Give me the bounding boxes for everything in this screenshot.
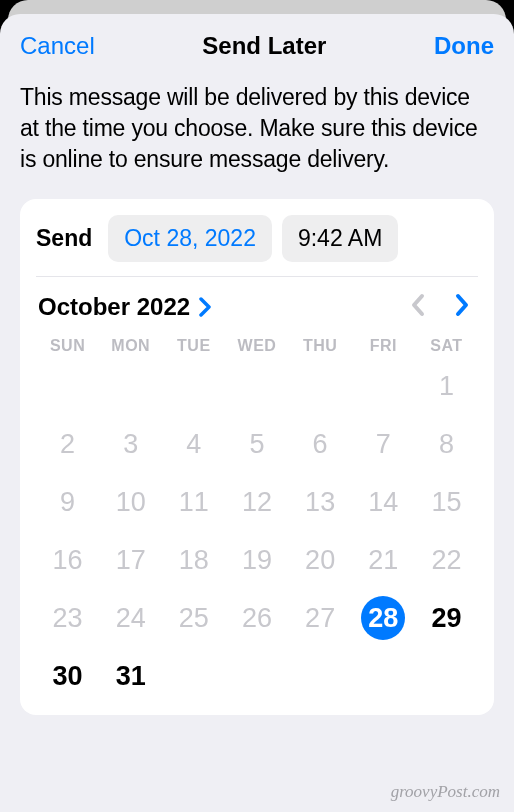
weekday-label: FRI bbox=[352, 337, 415, 355]
day-cell[interactable]: 21 bbox=[352, 537, 415, 583]
date-picker-card: Send Oct 28, 2022 9:42 AM October 2022 S… bbox=[20, 199, 494, 715]
sheet-title: Send Later bbox=[202, 32, 326, 60]
day-cell[interactable]: 18 bbox=[162, 537, 225, 583]
cancel-button[interactable]: Cancel bbox=[20, 32, 95, 60]
send-later-sheet: Cancel Send Later Done This message will… bbox=[0, 14, 514, 812]
prev-month-button[interactable] bbox=[410, 293, 426, 321]
day-cell[interactable]: 7 bbox=[352, 421, 415, 467]
day-cell[interactable]: 28 bbox=[352, 595, 415, 641]
day-empty bbox=[225, 363, 288, 409]
time-pill[interactable]: 9:42 AM bbox=[282, 215, 398, 262]
send-label: Send bbox=[36, 225, 92, 252]
day-cell[interactable]: 29 bbox=[415, 595, 478, 641]
day-cell[interactable]: 6 bbox=[289, 421, 352, 467]
watermark: groovyPost.com bbox=[391, 782, 500, 802]
day-cell[interactable]: 20 bbox=[289, 537, 352, 583]
chevron-right-icon bbox=[198, 297, 212, 317]
day-cell[interactable]: 9 bbox=[36, 479, 99, 525]
day-cell[interactable]: 3 bbox=[99, 421, 162, 467]
day-cell[interactable]: 10 bbox=[99, 479, 162, 525]
description-text: This message will be delivered by this d… bbox=[20, 82, 494, 175]
day-cell[interactable]: 14 bbox=[352, 479, 415, 525]
day-cell[interactable]: 24 bbox=[99, 595, 162, 641]
days-grid: 1234567891011121314151617181920212223242… bbox=[36, 363, 478, 707]
weekday-header: SUNMONTUEWEDTHUFRISAT bbox=[36, 333, 478, 363]
day-empty bbox=[99, 363, 162, 409]
day-cell[interactable]: 25 bbox=[162, 595, 225, 641]
month-selector[interactable]: October 2022 bbox=[38, 293, 212, 321]
month-header: October 2022 bbox=[36, 277, 478, 333]
weekday-label: WED bbox=[225, 337, 288, 355]
day-cell[interactable]: 8 bbox=[415, 421, 478, 467]
day-cell[interactable]: 2 bbox=[36, 421, 99, 467]
weekday-label: MON bbox=[99, 337, 162, 355]
done-button[interactable]: Done bbox=[434, 32, 494, 60]
day-cell[interactable]: 4 bbox=[162, 421, 225, 467]
day-cell[interactable]: 27 bbox=[289, 595, 352, 641]
weekday-label: SUN bbox=[36, 337, 99, 355]
day-cell[interactable]: 1 bbox=[415, 363, 478, 409]
day-cell[interactable]: 15 bbox=[415, 479, 478, 525]
day-cell[interactable]: 12 bbox=[225, 479, 288, 525]
day-cell[interactable]: 30 bbox=[36, 653, 99, 699]
day-cell[interactable]: 11 bbox=[162, 479, 225, 525]
send-row: Send Oct 28, 2022 9:42 AM bbox=[36, 215, 478, 277]
day-cell[interactable]: 5 bbox=[225, 421, 288, 467]
weekday-label: SAT bbox=[415, 337, 478, 355]
day-empty bbox=[36, 363, 99, 409]
day-cell[interactable]: 23 bbox=[36, 595, 99, 641]
month-nav-arrows bbox=[410, 293, 470, 321]
day-cell[interactable]: 19 bbox=[225, 537, 288, 583]
day-cell[interactable]: 26 bbox=[225, 595, 288, 641]
next-month-button[interactable] bbox=[454, 293, 470, 321]
day-empty bbox=[352, 363, 415, 409]
weekday-label: TUE bbox=[162, 337, 225, 355]
month-label: October 2022 bbox=[38, 293, 190, 321]
day-cell[interactable]: 16 bbox=[36, 537, 99, 583]
day-cell[interactable]: 22 bbox=[415, 537, 478, 583]
day-empty bbox=[289, 363, 352, 409]
weekday-label: THU bbox=[289, 337, 352, 355]
day-cell[interactable]: 13 bbox=[289, 479, 352, 525]
day-cell[interactable]: 17 bbox=[99, 537, 162, 583]
day-cell[interactable]: 31 bbox=[99, 653, 162, 699]
nav-bar: Cancel Send Later Done bbox=[20, 32, 494, 60]
date-pill[interactable]: Oct 28, 2022 bbox=[108, 215, 272, 262]
day-empty bbox=[162, 363, 225, 409]
